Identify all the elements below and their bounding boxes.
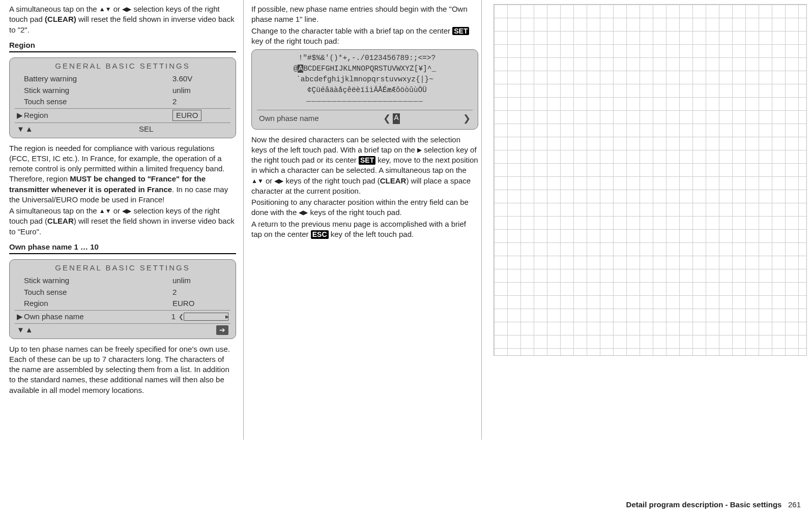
lcd-character-table: !"#$%&'()*+,-./0123456789:;<=>? @ABCDEFG… xyxy=(251,49,478,130)
char-row: `abcdefghijklmnopqrstuvwxyz{|}~ xyxy=(257,74,473,85)
left-right-arrows-icon: ◀▶ xyxy=(122,207,131,215)
lcd-selected-row: ▶ Own phase name 1 ❮ xyxy=(15,310,230,322)
row-value: EURO xyxy=(172,298,228,309)
footer-title: Detail program description - Basic setti… xyxy=(626,500,782,509)
page-footer: Detail program description - Basic setti… xyxy=(626,500,801,510)
column-divider-2 xyxy=(481,0,482,440)
char-row: @ABCDEFGHIJKLMNOPQRSTUVWXYZ[¥]^_ xyxy=(257,64,473,74)
column-middle: If possible, new phase name entries shou… xyxy=(251,4,478,396)
clear-label: (CLEAR) xyxy=(45,15,76,23)
text: key of the right touch pad: xyxy=(251,37,339,45)
row-label: Region xyxy=(24,298,172,309)
row-label: Battery warning xyxy=(24,74,172,84)
text: keys of the right touch pad ( xyxy=(283,176,380,185)
paragraph: Change to the character table with a bri… xyxy=(251,26,478,47)
lcd-selected-row: ▶ Region EURO xyxy=(15,108,230,121)
selected-value-box: EURO xyxy=(172,110,201,121)
selection-marker-icon: ▶ xyxy=(17,312,24,322)
lcd-footer: ▼▲ ➔ xyxy=(15,323,230,335)
char-row: ¢ÇüéâäàåçêëèïîìÄÅÉæÆôöòûùÖÜ xyxy=(257,85,473,96)
clear-label: CLEAR xyxy=(380,176,407,185)
nav-arrows-icon: ▼▲ xyxy=(17,325,47,335)
set-key: SET xyxy=(359,156,375,165)
text: key of the left touch pad. xyxy=(329,230,414,238)
left-right-arrows-icon: ◀▶ xyxy=(274,177,283,185)
row-value: 2 xyxy=(172,287,228,297)
up-down-arrows-icon: ▲▼ xyxy=(99,207,111,215)
clear-label: CLEAR xyxy=(47,217,74,225)
set-key: SET xyxy=(452,27,469,36)
angle-left-icon: ❮ xyxy=(381,112,393,125)
nav-arrows-icon: ▼▲ xyxy=(17,124,47,134)
paragraph: The region is needed for compliance with… xyxy=(9,143,236,205)
page-number: 261 xyxy=(788,500,801,509)
angle-left-icon: ❮ xyxy=(179,313,184,321)
footer-label: SEL xyxy=(47,124,208,134)
left-right-arrows-icon: ◀▶ xyxy=(122,6,131,13)
row-value: unlim xyxy=(172,276,228,286)
paragraph: A simultaneous tap on the ▲▼ or ◀▶ selec… xyxy=(9,4,236,35)
paragraph: If possible, new phase name entries shou… xyxy=(251,4,478,25)
selection-marker-icon: ▶ xyxy=(17,110,24,120)
lcd-general-settings-region: GENERAL BASIC SETTINGS Battery warning3.… xyxy=(9,57,236,138)
esc-key: ESC xyxy=(311,230,329,239)
phase-index: 1 xyxy=(166,312,179,322)
lcd-row: RegionEURO xyxy=(15,298,230,309)
entry-cursor: A xyxy=(393,113,400,124)
char-row: !"#$%&'()*+,-./0123456789:;<=>? xyxy=(257,53,473,64)
row-label: Own phase name xyxy=(24,312,166,322)
paragraph: A simultaneous tap on the ▲▼ or ◀▶ selec… xyxy=(9,206,236,237)
lcd-row: Touch sense2 xyxy=(15,287,230,298)
up-down-arrows-icon: ▲▼ xyxy=(251,177,264,185)
row-label: Region xyxy=(24,110,172,120)
row-value: 3.60V xyxy=(172,74,228,84)
left-right-arrows-icon: ◀▶ xyxy=(299,209,308,216)
right-arrow-icon: ▶ xyxy=(417,146,422,154)
enter-arrow-icon: ➔ xyxy=(216,325,228,335)
text: or xyxy=(111,206,123,215)
row-label: Stick warning xyxy=(24,85,172,96)
heading-own-phase-name: Own phase name 1 … 10 xyxy=(9,242,236,254)
divider-line: ——————————————————————— xyxy=(257,97,473,107)
text: BCDEFGHIJKLMNOPQRSTUVWXYZ[¥]^_ xyxy=(303,65,436,73)
column-right xyxy=(494,4,807,396)
column-divider-1 xyxy=(243,0,244,440)
entry-label: Own phase name xyxy=(257,113,319,124)
lcd-footer: ▼▲ SEL xyxy=(15,123,230,134)
lcd-row: Battery warning3.60V xyxy=(15,73,230,84)
text: or xyxy=(111,5,123,13)
text: Change to the character table with a bri… xyxy=(251,26,452,35)
paragraph: Now the desired characters can be select… xyxy=(251,135,478,197)
phase-name-field xyxy=(184,313,228,321)
lcd-row: Stick warningunlim xyxy=(15,85,230,96)
up-down-arrows-icon: ▲▼ xyxy=(99,6,111,13)
heading-region: Region xyxy=(9,40,236,52)
text: A simultaneous tap on the xyxy=(9,206,99,215)
highlighted-char: A xyxy=(298,65,303,73)
row-label: Stick warning xyxy=(24,276,172,286)
row-value: 2 xyxy=(172,97,228,107)
paragraph: Positioning to any character position wi… xyxy=(251,197,478,218)
row-label: Touch sense xyxy=(24,97,172,107)
row-label: Touch sense xyxy=(24,287,172,297)
lcd-general-settings-phase: GENERAL BASIC SETTINGS Stick warningunli… xyxy=(9,259,236,339)
lcd-title: GENERAL BASIC SETTINGS xyxy=(15,263,230,273)
lcd-title: GENERAL BASIC SETTINGS xyxy=(15,61,230,71)
lcd-entry-row: Own phase name ❮ A ❯ xyxy=(257,110,473,125)
paragraph: Up to ten phase names can be freely spec… xyxy=(9,344,236,395)
row-value: unlim xyxy=(172,85,228,96)
text: or xyxy=(264,176,275,185)
paragraph: A return to the previous menu page is ac… xyxy=(251,219,478,240)
text: A simultaneous tap on the xyxy=(9,5,99,13)
notes-grid xyxy=(494,4,807,356)
lcd-row: Stick warningunlim xyxy=(15,275,230,286)
column-left: A simultaneous tap on the ▲▼ or ◀▶ selec… xyxy=(9,4,236,396)
angle-right-icon: ❯ xyxy=(461,112,473,125)
lcd-row: Touch sense2 xyxy=(15,96,230,107)
text: keys of the right touch pad. xyxy=(308,208,401,217)
